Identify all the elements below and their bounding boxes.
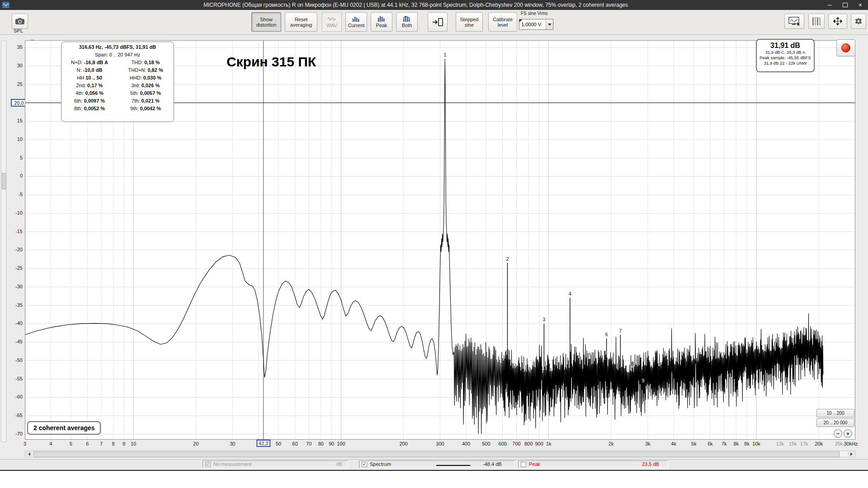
wav-button[interactable]: WAV xyxy=(322,12,342,32)
combo-corner-mark xyxy=(519,19,522,22)
harmonic-label: 3 xyxy=(542,317,545,322)
x-zoom-in-button[interactable]: + xyxy=(844,429,852,438)
y-tick-label: -5 xyxy=(7,192,23,197)
current-label: Current xyxy=(348,23,365,28)
x-tick-label: 15k xyxy=(789,441,797,446)
y-tick-label: -10 xyxy=(7,210,23,216)
x-tick-label: 200 xyxy=(399,441,407,446)
y-tick-label: -30 xyxy=(7,284,23,289)
harmonic-label: 8 xyxy=(631,361,634,366)
y-tick-label: 5 xyxy=(7,155,23,160)
harmonic-label: 4 xyxy=(569,291,571,296)
reset-averaging-label: Reset averaging xyxy=(285,17,317,28)
combo-dropdown-button[interactable] xyxy=(546,19,553,29)
x-tick-label: 4 xyxy=(49,441,52,446)
span-readout: Span: 0 .. 20 947 Hz xyxy=(61,51,174,59)
monitor-icon xyxy=(788,17,800,26)
screenshot-button[interactable] xyxy=(12,14,28,29)
settings-button[interactable] xyxy=(851,14,866,29)
close-button[interactable]: × xyxy=(853,0,868,10)
fundamental-label: 1 xyxy=(443,52,446,57)
both-meter-icon xyxy=(403,16,411,22)
titlebar: MICROPHONE (Общая громкость) R on Микроф… xyxy=(0,0,868,10)
current-button[interactable]: Current xyxy=(345,12,367,32)
window-title: MICROPHONE (Общая громкость) R on Микроф… xyxy=(9,2,822,8)
current-meter-icon xyxy=(352,16,360,22)
x-tick-label: 50 xyxy=(276,441,281,446)
scroll-left-button[interactable] xyxy=(25,451,33,457)
x-zoom-out-button[interactable]: − xyxy=(834,429,842,438)
level-big-value: 31,91 dB xyxy=(757,42,814,50)
y-tick-label: 35 xyxy=(7,44,23,50)
arrow-right-icon xyxy=(850,452,853,456)
app-window: MICROPHONE (Общая громкость) R on Микроф… xyxy=(0,0,868,488)
fit-view-button[interactable] xyxy=(828,14,847,29)
spectrum-value: -48,4 dB xyxy=(483,461,502,467)
generator-button[interactable] xyxy=(428,12,448,32)
show-distortion-label: Show distortion xyxy=(252,17,281,28)
x-tick-label: 30kHz xyxy=(844,441,858,446)
vertical-scrollbar[interactable] xyxy=(1,41,6,442)
plot-title: Скрин 315 ПК xyxy=(206,54,337,70)
cursor-readout: 316,63 Hz, -45,73 dBFS, 31,91 dB xyxy=(79,44,156,50)
harmonic-label: 7 xyxy=(619,328,622,333)
horizontal-scrollbar[interactable] xyxy=(25,450,855,457)
fs-sine-combo[interactable]: 1,0000 V xyxy=(519,19,553,30)
x-tick-label: 10 xyxy=(131,441,136,446)
chevron-down-icon xyxy=(548,23,552,26)
harmonic-label: 5 xyxy=(589,352,591,357)
background-area xyxy=(0,470,868,488)
display-settings-button[interactable] xyxy=(784,14,804,29)
y-tick-label: -55 xyxy=(7,376,23,381)
scroll-right-button[interactable] xyxy=(848,451,855,457)
x-tick-label: 500 xyxy=(482,441,490,446)
spectrum-checkbox[interactable]: ✓ xyxy=(362,462,367,467)
x-tick-label: 7k xyxy=(722,441,727,446)
maximize-button[interactable] xyxy=(837,0,853,10)
arrow-left-icon xyxy=(28,452,30,456)
x-tick-label: 8k xyxy=(734,441,739,446)
minimize-button[interactable] xyxy=(822,0,837,10)
y-tick-label: 0 xyxy=(7,173,23,178)
spectrum-label: Spectrum xyxy=(370,461,391,467)
y-tick-label: -35 xyxy=(7,302,23,308)
y-tick-label: -45 xyxy=(7,339,23,344)
camera-icon xyxy=(15,18,25,25)
db-unit-label: dB xyxy=(336,461,342,467)
x-tick-label: 5k xyxy=(691,441,697,446)
reset-averaging-button[interactable]: Reset averaging xyxy=(285,12,317,32)
close-icon: × xyxy=(859,2,862,8)
x-tick-label: 60 xyxy=(292,441,297,446)
panes-button[interactable] xyxy=(808,14,825,29)
y-tick-label: -70 xyxy=(7,431,23,436)
x-tick-label: 17k xyxy=(800,441,808,446)
record-icon xyxy=(841,43,850,52)
peak-label: Peak xyxy=(529,461,540,467)
status-bar: ✓ No measurement dB ✓ Spectrum -48,4 dB … xyxy=(0,459,868,469)
x-tick-label: 25k xyxy=(835,441,843,446)
cursor-freq-box[interactable]: 42,3 xyxy=(256,440,270,447)
no-measurement-label: No measurement xyxy=(213,461,251,467)
peak-button[interactable]: Peak xyxy=(371,12,392,32)
calibrate-level-label: Calibrate level xyxy=(489,17,517,28)
show-distortion-button[interactable]: Show distortion xyxy=(251,12,281,32)
averages-badge: 2 coherent averages xyxy=(27,421,101,435)
y-tick-label: 15 xyxy=(7,118,23,123)
record-button[interactable] xyxy=(836,39,855,56)
calibrate-level-button[interactable]: Calibrate level xyxy=(488,12,517,32)
peak-checkbox[interactable] xyxy=(521,462,526,467)
horizontal-scrollbar-thumb[interactable] xyxy=(33,451,840,457)
x-tick-label: 6k xyxy=(708,441,713,446)
range-20-20000-button[interactable]: 20 .. 20 000 xyxy=(816,418,854,427)
peak-meter-icon xyxy=(377,16,386,22)
x-tick-label: 70 xyxy=(306,441,311,446)
vertical-scrollbar-thumb[interactable] xyxy=(2,173,6,189)
stepped-sine-button[interactable]: Stepped sine xyxy=(456,12,483,32)
y-tick-label: -65 xyxy=(7,413,23,418)
both-label: Both xyxy=(402,23,412,28)
x-tick-label: 6 xyxy=(86,441,89,446)
no-measurement-checkbox[interactable]: ✓ xyxy=(205,462,211,467)
both-button[interactable]: Both xyxy=(396,12,418,32)
range-10-200-button[interactable]: 10 .. 200 xyxy=(816,409,854,418)
x-tick-label: 20k xyxy=(815,441,823,446)
